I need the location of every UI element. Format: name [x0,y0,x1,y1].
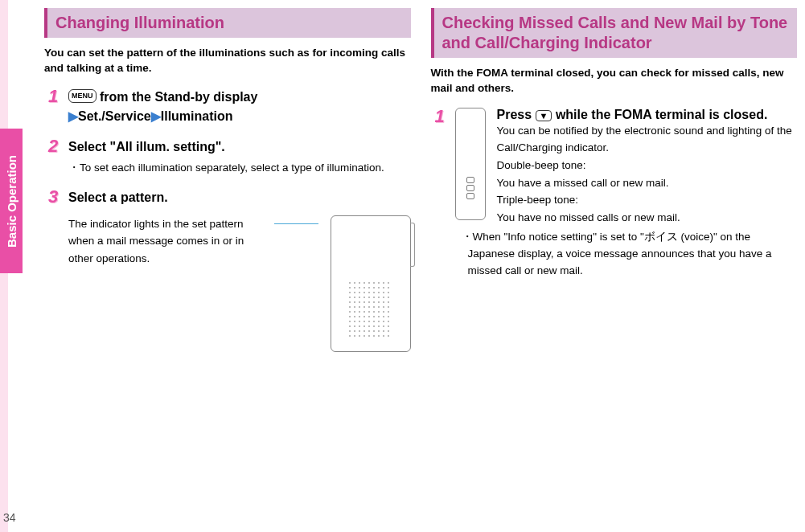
step-body: Press ▼ while the FOMA terminal is close… [497,108,798,280]
bullet-note: ・When "Info notice setting" is set to "ボ… [462,229,798,280]
bullet-note: ・To set each illumination separately, se… [68,160,411,177]
step-number: 3 [44,188,62,206]
right-column: Checking Missed Calls and New Mail by To… [431,8,798,363]
pointer-line [274,223,318,224]
indicator-caption: The indicator lights in the set pattern … [68,215,262,268]
head-post: while the FOMA terminal is closed. [552,108,767,121]
right-section-title: Checking Missed Calls and New Mail by To… [431,8,798,58]
step-head: Select "All illum. setting". [68,137,411,157]
indicator-row: The indicator lights in the set pattern … [68,215,411,352]
menu-key-icon: MENU [68,89,97,104]
phone-closed-illustration [455,108,486,220]
side-button-icon [466,177,474,183]
step-body: Select "All illum. setting". ・To set eac… [68,137,411,177]
left-intro: You can set the pattern of the illuminat… [44,46,411,76]
step-1: 1 MENU from the Stand-by display ▶Set./S… [44,88,411,126]
right-step-1: 1 Press ▼ while the FOMA terminal is clo… [431,108,798,280]
nav-item: Illumination [161,109,233,123]
arrow-icon: ▶ [68,109,78,123]
down-key-icon: ▼ [536,110,552,121]
head-pre: Press [497,108,536,121]
left-section-title: Changing Illumination [44,8,411,38]
left-column: Changing Illumination You can set the pa… [44,8,411,363]
body-line: Triple-beep tone: [497,191,798,209]
step-3: 3 Select a pattern. The indicator lights… [44,188,411,352]
step-body: MENU from the Stand-by display ▶Set./Ser… [68,88,411,126]
body-line: Double-beep tone: [497,157,798,174]
step-number: 1 [431,108,449,125]
bullet-text: To set each illumination separately, sel… [80,162,384,174]
step1-text: from the Stand-by display [97,90,258,104]
step-head: Select a pattern. [68,188,411,207]
arrow-icon: ▶ [151,109,161,123]
body-line: You have a missed call or new mail. [497,174,798,192]
page-number: 34 [3,511,16,524]
step-number: 1 [44,88,62,105]
body-line: You have no missed calls or new mail. [497,209,798,227]
nav-item: Set./Service [78,109,151,123]
side-button-icon [466,193,474,199]
side-button-group [466,177,474,199]
content-columns: Changing Illumination You can set the pa… [44,8,797,363]
body-line: You can be notified by the electronic so… [497,122,798,157]
step-2: 2 Select "All illum. setting". ・To set e… [44,137,411,177]
step-number: 2 [44,137,62,155]
phone-side-buttons [410,223,415,267]
bullet-text: When "Info notice setting" is set to "ボイ… [468,231,772,276]
phone-open-illustration [331,215,411,352]
step-body: Select a pattern. The indicator lights i… [68,188,411,352]
step1-line2: ▶Set./Service▶Illumination [68,107,411,126]
step-head: MENU from the Stand-by display [68,88,411,107]
right-intro: With the FOMA terminal closed, you can c… [431,66,798,96]
step-head: Press ▼ while the FOMA terminal is close… [497,108,798,122]
side-button-icon [466,185,474,191]
side-tab: Basic Operation [0,129,23,273]
